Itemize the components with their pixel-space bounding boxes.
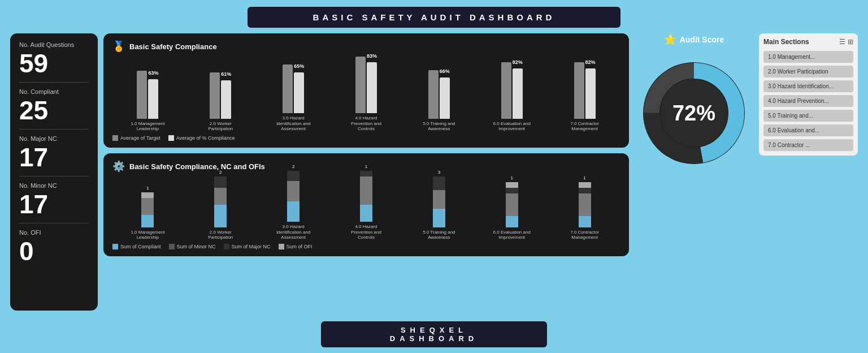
audit-questions-value: 59 (19, 50, 89, 76)
compliance-bar-5: 82% (513, 68, 523, 119)
bar-label-5: 6.0 Evaluation and Improvement (492, 121, 532, 132)
bar-group-6: 82% 7.0 Contractor Management (549, 57, 620, 132)
section-btn-4[interactable]: 5.0 Training and... (763, 110, 853, 122)
legend-minor-nc: Sum of Minor NC (169, 244, 216, 249)
bar-pct-3: 83% (367, 53, 377, 59)
target-bar-3 (355, 57, 366, 113)
legend-compliant: Sum of Compliant (112, 244, 161, 249)
list-icon[interactable]: ☰ (839, 38, 845, 46)
legend-ofi-label: Sum of OFI (287, 244, 313, 249)
major-nc-label: No. Major NC (19, 135, 89, 142)
compliance-icon: 🏅 (112, 40, 125, 53)
section-btn-3[interactable]: 4.0 Hazard Prevention... (763, 95, 853, 107)
legend-minor-label: Sum of Minor NC (177, 244, 216, 249)
nc-chart-title: Basic Safety Compliance, NC and OFIs (129, 162, 265, 171)
legend-minor-box (169, 244, 175, 249)
sections-icons: ☰ ⊞ (839, 38, 853, 46)
target-bar-6 (574, 62, 584, 119)
charts-area: 🏅 Basic Safety Compliance 63% 1.0 Manage… (103, 33, 629, 256)
donut-center-value: 72% (672, 101, 715, 126)
legend-target-label: Average of Target (120, 135, 160, 141)
bar-pct-1: 61% (221, 71, 231, 77)
nc-bar-group-5: 2 4 1 1 6.0 Evaluation and Improvement (476, 176, 547, 240)
grid-icon[interactable]: ⊞ (848, 38, 853, 46)
sections-title: Main Sections (763, 38, 809, 46)
nc-chart: ⚙️ Basic Safety Compliance, NC and OFIs … (103, 153, 629, 256)
compliance-bar-6: 82% (585, 68, 596, 119)
target-bar-0 (137, 71, 147, 119)
header-title: BASIC SAFETY AUDIT DASHBOARD (248, 7, 620, 28)
footer-title: SHEQXEL DASHBOARD (321, 321, 547, 347)
bar-pct-5: 82% (513, 59, 523, 65)
nc-bar-group-1: 4 3 2 2.0 Worker Participation (185, 176, 256, 240)
nc-bar-label-0: 1.0 Management Leadership (128, 230, 167, 240)
bar-label-3: 4.0 Hazard Prevention and Controls (346, 115, 386, 132)
nc-legend: Sum of Compliant Sum of Minor NC Sum of … (112, 244, 620, 249)
legend-target: Average of Target (112, 135, 160, 141)
nc-bar-label-4: 5.0 Training and Awareness (419, 230, 459, 240)
donut-chart: 72% (635, 54, 753, 173)
section-btn-6[interactable]: 7.0 Contractor ... (763, 139, 853, 151)
bar-label-0: 1.0 Management Leadership (128, 121, 167, 132)
target-bar-5 (501, 62, 511, 119)
legend-ofi-box (279, 244, 284, 249)
legend-major-label: Sum of Major NC (232, 244, 271, 249)
minor-nc-label: No. Minor NC (19, 182, 89, 189)
bar-group-0: 63% 1.0 Management Leadership (112, 57, 183, 132)
stats-panel: No. Audit Questions 59 No. Compliant 25 … (10, 33, 98, 311)
sections-panel: Main Sections ☰ ⊞ 1.0 Management... 2.0 … (759, 33, 858, 156)
ofi-label: No. OFI (19, 229, 89, 236)
audit-questions-label: No. Audit Questions (19, 41, 89, 48)
bar-pct-2: 65% (294, 63, 304, 69)
section-btn-0[interactable]: 1.0 Management... (763, 51, 853, 63)
legend-compliant-label: Sum of Compliant (120, 244, 161, 249)
major-nc-value: 17 (19, 144, 89, 170)
nc-bar-group-2: 4 4 2 3.0 Hazard Identification and Asse… (258, 171, 329, 240)
section-btn-2[interactable]: 3.0 Hazard Identification... (763, 80, 853, 92)
compliance-chart-title: Basic Safety Compliance (129, 42, 217, 51)
star-icon: ⭐ (664, 33, 676, 46)
bar-group-1: 61% 2.0 Worker Participation (185, 57, 256, 132)
nc-bar-group-6: 2 4 1 1 7.0 Contractor Management (549, 176, 620, 240)
bar-label-2: 3.0 Hazard Identification and Assessment (274, 115, 313, 132)
minor-nc-value: 17 (19, 191, 89, 217)
bar-pct-0: 63% (148, 70, 158, 76)
bar-group-5: 82% 6.0 Evaluation and Improvement (476, 57, 547, 132)
legend-ofi: Sum of OFI (279, 244, 313, 249)
compliance-bars-row: 63% 1.0 Management Leadership 61% 2.0 Wo… (112, 58, 620, 132)
nc-bar-label-3: 4.0 Hazard Prevention and Controls (346, 224, 386, 240)
legend-compliance-label: Average of % Compliance (176, 135, 235, 141)
nc-bar-group-3: 3 5 1 4.0 Hazard Prevention and Controls (331, 171, 402, 240)
compliance-bar-4: 66% (440, 78, 450, 119)
bar-label-1: 2.0 Worker Participation (201, 121, 240, 132)
compliance-bar-1: 61% (221, 80, 231, 119)
compliance-bar-3: 83% (367, 62, 377, 113)
section-btn-5[interactable]: 6.0 Evaluation and... (763, 124, 853, 136)
target-bar-4 (428, 70, 439, 119)
legend-compliant-box (112, 244, 118, 249)
right-panel: ⭐ Audit Score 72% (635, 33, 753, 173)
compliance-bar-2: 65% (294, 72, 304, 113)
nc-bar-label-6: 7.0 Contractor Management (565, 230, 605, 240)
nc-bars-row: 2 3 1 1.0 Management Leadership (112, 178, 620, 240)
nc-bar-label-1: 2.0 Worker Participation (201, 230, 240, 240)
compliance-legend: Average of Target Average of % Complianc… (112, 135, 620, 141)
nc-bar-label-2: 3.0 Hazard Identification and Assessment (274, 224, 313, 240)
nc-icon: ⚙️ (112, 160, 125, 173)
bar-pct-4: 66% (440, 68, 450, 74)
bar-group-4: 66% 5.0 Training and Awareness (403, 57, 474, 132)
legend-major-nc: Sum of Major NC (224, 244, 271, 249)
legend-compliance-box (168, 135, 174, 141)
bar-group-2: 65% 3.0 Hazard Identification and Assess… (258, 51, 329, 132)
audit-score-title: Audit Score (680, 35, 724, 44)
legend-target-box (112, 135, 118, 141)
ofi-value: 0 (19, 238, 89, 264)
section-btn-1[interactable]: 2.0 Worker Participation (763, 66, 853, 78)
bar-group-3: 83% 4.0 Hazard Prevention and Controls (331, 51, 402, 132)
nc-bar-label-5: 6.0 Evaluation and Improvement (492, 230, 532, 240)
compliance-bar-0: 63% (148, 79, 158, 119)
legend-major-box (224, 244, 229, 249)
legend-compliance: Average of % Compliance (168, 135, 235, 141)
target-bar-1 (210, 72, 220, 119)
nc-bar-group-0: 2 3 1 1.0 Management Leadership (112, 176, 183, 240)
